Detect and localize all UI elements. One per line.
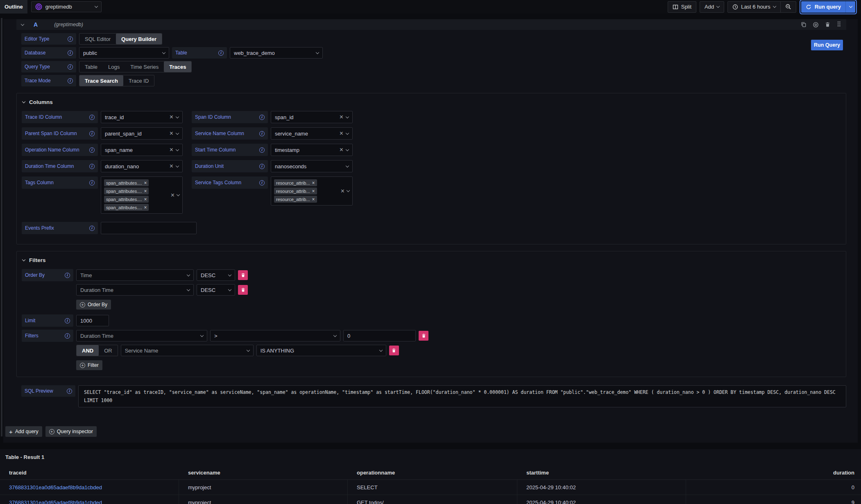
service-tag-chip[interactable]: resource_attrib... xyxy=(274,188,317,194)
trace-id-link[interactable]: 3768831301ea0d65adaef8b9da1cbded xyxy=(9,484,102,490)
service-name-column-select[interactable]: service_name xyxy=(271,127,353,140)
delete-order-by-button[interactable] xyxy=(238,270,248,280)
start-time-column-select[interactable]: timestamp xyxy=(271,144,353,156)
info-icon[interactable] xyxy=(259,147,265,153)
trace-id-option[interactable]: Trace ID xyxy=(123,75,154,86)
info-icon[interactable] xyxy=(259,164,265,169)
remove-chip-icon[interactable] xyxy=(312,197,315,202)
remove-chip-icon[interactable] xyxy=(144,205,147,210)
column-header-duration[interactable]: duration xyxy=(686,466,861,480)
delete-order-by-button[interactable] xyxy=(238,285,248,295)
filters-section-header[interactable]: Filters xyxy=(23,257,841,263)
clear-icon[interactable] xyxy=(170,114,173,120)
add-query-button[interactable]: + Add query xyxy=(5,426,42,437)
operation-name-column-select[interactable]: span_name xyxy=(101,144,183,156)
limit-input[interactable] xyxy=(76,315,109,326)
info-icon[interactable] xyxy=(68,64,73,70)
service-tag-chip[interactable]: resource_attrib... xyxy=(274,196,317,203)
order-by-field-select[interactable]: Duration Time xyxy=(76,284,194,296)
run-query-inline-button[interactable]: Run Query xyxy=(811,40,843,50)
clear-icon[interactable] xyxy=(340,114,343,120)
info-icon[interactable] xyxy=(89,131,95,136)
info-icon[interactable] xyxy=(68,78,73,84)
duplicate-query-button[interactable] xyxy=(801,22,807,27)
clear-icon[interactable] xyxy=(170,163,173,170)
outline-splitter[interactable] xyxy=(1,18,2,436)
tag-chip[interactable]: span_attributes.... xyxy=(104,188,149,194)
column-header-traceid[interactable]: traceid xyxy=(0,466,179,480)
info-icon[interactable] xyxy=(89,226,95,231)
service-tags-column-multiselect[interactable]: resource_attrib... resource_attrib... re… xyxy=(271,176,353,206)
query-row-header[interactable]: A (greptimedb) xyxy=(16,19,846,30)
info-icon[interactable] xyxy=(65,333,70,339)
info-icon[interactable] xyxy=(259,180,265,185)
info-icon[interactable] xyxy=(89,180,95,185)
query-type-traces-option[interactable]: Traces xyxy=(164,61,191,72)
info-icon[interactable] xyxy=(89,164,95,169)
info-icon[interactable] xyxy=(89,115,95,120)
tag-chip[interactable]: span_attributes.... xyxy=(104,204,149,211)
remove-chip-icon[interactable] xyxy=(144,189,147,194)
collapse-query-icon[interactable] xyxy=(21,22,24,25)
duration-unit-select[interactable]: nanoseconds xyxy=(271,160,353,172)
time-range-button[interactable]: Last 6 hours xyxy=(728,2,780,12)
order-by-field-select[interactable]: Time xyxy=(76,269,194,281)
clear-icon[interactable] xyxy=(170,130,173,137)
filter-field-select[interactable]: Service Name xyxy=(121,345,254,356)
info-icon[interactable] xyxy=(218,50,224,56)
span-id-column-select[interactable]: span_id xyxy=(271,111,353,123)
trace-id-link[interactable]: 3768831301ea0d65adaef8b9da1cbded xyxy=(9,499,102,504)
remove-chip-icon[interactable] xyxy=(144,181,147,185)
clear-all-icon[interactable] xyxy=(341,188,344,194)
add-button[interactable]: Add xyxy=(700,1,724,13)
tag-chip[interactable]: span_attributes.... xyxy=(104,196,149,203)
columns-section-header[interactable]: Columns xyxy=(23,99,841,105)
add-filter-button[interactable]: Filter xyxy=(76,360,102,370)
filter-field-select[interactable]: Duration Time xyxy=(76,330,207,341)
filter-operator-select[interactable]: > xyxy=(210,330,340,341)
table-select[interactable]: web_trace_demo xyxy=(230,47,323,59)
database-select[interactable]: public xyxy=(79,47,169,59)
info-icon[interactable] xyxy=(259,115,265,120)
info-icon[interactable] xyxy=(67,389,72,394)
query-type-table-option[interactable]: Table xyxy=(79,61,103,72)
info-icon[interactable] xyxy=(89,147,95,153)
clear-all-icon[interactable] xyxy=(171,192,174,199)
tags-column-multiselect[interactable]: span_attributes.... span_attributes.... … xyxy=(101,176,183,214)
query-type-logs-option[interactable]: Logs xyxy=(103,61,125,72)
info-icon[interactable] xyxy=(65,318,70,323)
query-builder-option[interactable]: Query Builder xyxy=(116,34,162,44)
run-query-button[interactable]: Run query xyxy=(801,1,845,13)
info-icon[interactable] xyxy=(65,273,70,278)
info-icon[interactable] xyxy=(259,131,265,136)
trace-search-option[interactable]: Trace Search xyxy=(79,75,123,86)
outline-button[interactable]: Outline xyxy=(0,0,27,14)
filter-value-input[interactable] xyxy=(343,330,416,341)
filter-operator-select[interactable]: IS ANYTHING xyxy=(256,345,386,356)
info-icon[interactable] xyxy=(68,36,73,42)
query-type-timeseries-option[interactable]: Time Series xyxy=(125,61,164,72)
column-header-operationname[interactable]: operationname xyxy=(348,466,517,480)
column-header-servicename[interactable]: servicename xyxy=(179,466,348,480)
and-option[interactable]: AND xyxy=(77,345,99,356)
query-inspector-button[interactable]: Query inspector xyxy=(45,426,97,437)
duration-time-column-select[interactable]: duration_nano xyxy=(101,160,183,172)
parent-span-id-column-select[interactable]: parent_span_id xyxy=(101,127,183,140)
clear-icon[interactable] xyxy=(340,147,343,153)
remove-chip-icon[interactable] xyxy=(312,181,315,185)
order-by-direction-select[interactable]: DESC xyxy=(197,269,235,281)
or-option[interactable]: OR xyxy=(99,345,118,356)
datasource-picker[interactable]: greptimedb xyxy=(31,1,102,12)
service-tag-chip[interactable]: resource_attrib... xyxy=(274,179,317,186)
split-button[interactable]: Split xyxy=(668,1,696,13)
delete-query-button[interactable] xyxy=(825,22,830,27)
tag-chip[interactable]: span_attributes.... xyxy=(104,179,149,186)
delete-filter-button[interactable] xyxy=(389,346,399,355)
zoom-out-button[interactable] xyxy=(780,2,796,12)
drag-handle[interactable] xyxy=(836,21,841,29)
events-prefix-input[interactable] xyxy=(101,222,197,234)
remove-chip-icon[interactable] xyxy=(144,197,147,202)
delete-filter-button[interactable] xyxy=(419,331,428,341)
clear-icon[interactable] xyxy=(170,147,173,153)
add-order-by-button[interactable]: Order By xyxy=(76,300,111,310)
